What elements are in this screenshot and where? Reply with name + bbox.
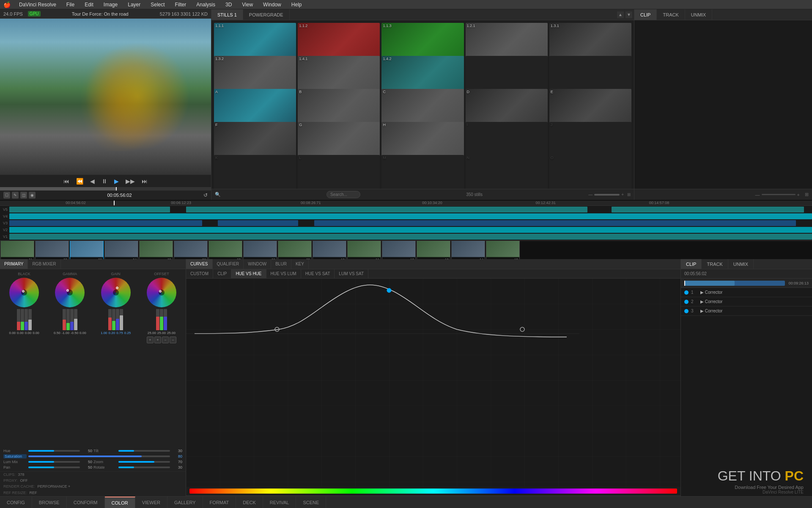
gain-red-bar[interactable] [108, 309, 112, 330]
gamma-red-bar[interactable] [63, 309, 66, 330]
menu-filter[interactable]: Filter [173, 2, 188, 8]
rotate-slider[interactable] [118, 467, 170, 468]
curves-tab-curves[interactable]: CURVES [186, 259, 213, 269]
menu-edit[interactable]: Edit [83, 2, 95, 8]
node-zoom-slider[interactable] [762, 194, 796, 195]
csub-clip[interactable]: CLIP [213, 269, 231, 278]
curves-tab-window[interactable]: WINDOW [244, 259, 271, 269]
tool-icon-1[interactable]: ☐ [3, 192, 10, 199]
zoom-fit-icon[interactable]: ⊞ [627, 192, 631, 197]
curves-canvas[interactable] [186, 279, 680, 487]
node-tab-track[interactable]: TRACK [657, 9, 685, 20]
preview-scrubber[interactable] [0, 187, 211, 190]
clip-14[interactable]: 141400:07:19:06 [451, 240, 485, 259]
stills-scroll-up[interactable]: ▲ [617, 11, 624, 18]
btm-tab-browse[interactable]: BROWSE [32, 497, 67, 508]
clip-tab-unmix[interactable]: UNMIX [728, 259, 754, 269]
clip-15[interactable]: 151500:07:56:02 [486, 240, 520, 259]
curves-tab-blur[interactable]: BLUR [271, 259, 291, 269]
clip-11[interactable]: 111100:05:51:18 [347, 240, 381, 259]
clip-tab-track[interactable]: TRACK [702, 259, 728, 269]
node-tab-unmix[interactable]: UNMIX [685, 9, 712, 20]
sat-slider[interactable] [28, 456, 170, 457]
offset-blue-bar[interactable] [164, 309, 167, 330]
menu-3d[interactable]: 3D [224, 2, 233, 8]
zoom-slider[interactable] [594, 194, 620, 196]
menu-file[interactable]: File [65, 2, 76, 8]
node-grid-icon[interactable]: ⊞ [805, 192, 809, 197]
minus-node-button[interactable]: − [162, 337, 169, 343]
btm-tab-scene[interactable]: SCENE [296, 497, 326, 508]
clip-06[interactable]: 060600:03:01:62 [174, 240, 208, 259]
clip-tab-clip[interactable]: CLIP [681, 259, 702, 269]
stills-tab-powergrade[interactable]: POWERGRADE [243, 9, 290, 20]
color-tab-primary[interactable]: PRIMARY [0, 259, 28, 269]
loop-icon[interactable]: ↺ [203, 192, 208, 198]
menu-analysis[interactable]: Analysis [195, 2, 217, 8]
black-blue-bar[interactable] [25, 309, 28, 330]
clip-13[interactable]: 131300:06:51:12 [417, 240, 450, 259]
stills-search-input[interactable] [326, 191, 360, 198]
black-green-bar[interactable] [21, 309, 24, 330]
corrector-entry-2[interactable]: 2 ▶ Corrector [681, 297, 812, 306]
btm-tab-viewer[interactable]: VIEWER [135, 497, 167, 508]
csub-hvl[interactable]: HUE VS LUM [266, 269, 301, 278]
menu-layer[interactable]: Layer [126, 2, 142, 8]
menu-window[interactable]: Window [261, 2, 283, 8]
offset-red-bar[interactable] [156, 309, 159, 330]
timeline-ruler[interactable]: 00:04:56:02 00:06:12:23 00:08:26:71 00:1… [0, 201, 812, 206]
btm-tab-deck[interactable]: DECK [236, 497, 263, 508]
play-button[interactable]: ▶ [112, 177, 121, 185]
add-node-button-2[interactable]: + [154, 337, 161, 343]
gain-blue-bar[interactable] [116, 309, 119, 330]
btm-tab-gallery[interactable]: GALLERY [167, 497, 203, 508]
clip-05[interactable]: 050500:02:29:14 [139, 240, 173, 259]
hue-slider[interactable] [28, 450, 80, 452]
node-zoom-out[interactable]: — [755, 192, 760, 197]
black-wheel[interactable] [9, 278, 39, 307]
mini-timeline-bar[interactable] [684, 281, 785, 286]
add-node-button[interactable]: + [147, 337, 154, 343]
next-button[interactable]: ▶▶ [124, 177, 137, 185]
clip-04[interactable]: 040400:01:58:29 [104, 240, 138, 259]
gamma-wheel[interactable] [55, 278, 85, 307]
corrector-entry-1[interactable]: 1 ▶ Corrector [681, 288, 812, 297]
btm-tab-config[interactable]: CONFIG [0, 497, 32, 508]
offset-wheel[interactable] [147, 278, 176, 307]
corrector-entry-3[interactable]: 3 ▶ Corrector [681, 306, 812, 316]
menu-davinci[interactable]: DaVinci Resolve [17, 2, 58, 8]
gain-wheel[interactable] [101, 278, 131, 307]
clip-09[interactable]: 090900:04:41:90 [278, 240, 312, 259]
csub-hvh[interactable]: HUE VS HUE [231, 269, 266, 278]
menu-image[interactable]: Image [102, 2, 119, 8]
offset-green-bar[interactable] [160, 309, 163, 330]
zoom-slider-ctrl[interactable] [118, 461, 170, 463]
clip-03-selected[interactable]: 030300:01:26:42 [70, 240, 104, 259]
gain-green-bar[interactable] [112, 309, 115, 330]
curves-tab-key[interactable]: KEY [291, 259, 309, 269]
clip-12[interactable]: 121200:06:18:06 [382, 240, 416, 259]
btm-tab-revival[interactable]: REVIVAL [263, 497, 296, 508]
node-zoom-in[interactable]: + [797, 192, 800, 197]
tool-icon-3[interactable]: ◫ [20, 192, 27, 199]
pan-slider[interactable] [28, 467, 80, 468]
menu-help[interactable]: Help [290, 2, 304, 8]
gain-white-bar[interactable] [120, 309, 123, 330]
tilt-slider[interactable] [118, 450, 170, 452]
black-red-bar[interactable] [17, 309, 20, 330]
csub-hvs[interactable]: HUE VS SAT [301, 269, 335, 278]
tool-icon-2[interactable]: ✎ [12, 192, 19, 199]
menu-view[interactable]: View [240, 2, 255, 8]
curves-tab-qualifier[interactable]: QUALIFIER [213, 259, 244, 269]
zoom-out-icon[interactable]: — [588, 192, 593, 197]
clip-01[interactable]: 010100:00:18:22 [0, 240, 34, 259]
prev-frame-button[interactable]: ⏪ [74, 177, 85, 185]
back-button[interactable]: ◀ [88, 177, 96, 185]
menu-select[interactable]: Select [149, 2, 166, 8]
tool-icon-4[interactable]: ◉ [29, 192, 36, 199]
black-white-bar[interactable] [28, 309, 32, 330]
clip-02[interactable]: 020200:00:47:03 [35, 240, 69, 259]
btm-tab-format[interactable]: FORMAT [203, 497, 236, 508]
gamma-white-bar[interactable] [74, 309, 77, 330]
node-tab-clip[interactable]: CLIP [634, 9, 657, 20]
